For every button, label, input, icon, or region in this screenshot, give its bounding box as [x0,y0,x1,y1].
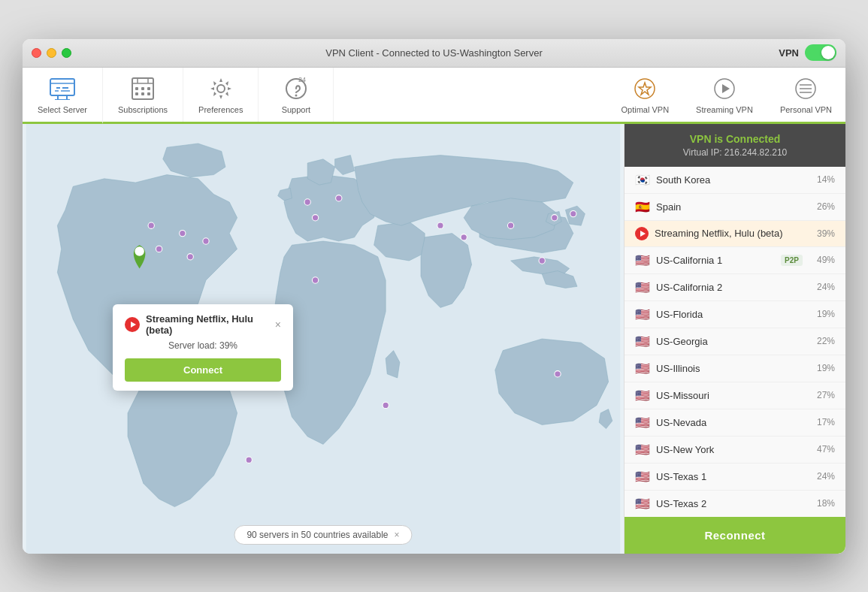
svg-text:24: 24 [298,76,306,83]
server-name: US-Florida [656,309,803,320]
server-row[interactable]: 🇺🇸US-Missouri27% [625,382,845,409]
server-load: 24% [809,471,835,482]
tab-streaming-vpn[interactable]: Streaming VPN [682,68,767,122]
window-title: VPN Client - Connected to US-Washington … [325,47,543,59]
server-row[interactable]: Streaming Netflix, Hulu (beta)39% [625,221,845,247]
server-flag: 🇺🇸 [635,307,650,322]
svg-point-49 [135,246,144,255]
tab-preferences-label: Preferences [198,105,243,114]
svg-point-32 [148,222,154,228]
status-bar: 90 servers in 50 countries available × [234,525,412,545]
server-load: 19% [809,309,835,319]
server-load: 47% [809,444,835,455]
server-row[interactable]: 🇺🇸US-New York47% [625,436,845,464]
svg-point-36 [304,198,310,204]
popup-connect-button[interactable]: Connect [125,358,281,382]
server-flag: 🇺🇸 [635,388,650,403]
tab-support-label: Support [282,105,311,114]
svg-rect-15 [147,87,150,90]
server-name: US-New York [656,444,803,455]
server-flag: 🇺🇸 [635,361,650,376]
status-bar-close[interactable]: × [395,530,400,540]
server-flag: 🇺🇸 [635,253,650,267]
svg-rect-16 [135,92,138,95]
svg-rect-13 [135,87,138,90]
server-load: 17% [809,417,835,427]
svg-point-34 [156,246,162,252]
server-name: South Korea [656,174,803,186]
personal-vpn-icon [792,75,819,102]
server-name: US-Georgia [656,336,803,347]
svg-marker-26 [722,84,730,93]
tab-subscriptions[interactable]: Subscriptions [103,68,183,122]
subscriptions-icon [129,75,156,102]
svg-rect-18 [147,92,150,95]
toolbar: Select Server Subscriptions [23,68,845,124]
toolbar-right: Optimal VPN Streaming VPN [608,68,845,122]
main-content: Streaming Netflix, Hulu (beta) × Server … [23,124,845,554]
tab-personal-vpn-label: Personal VPN [780,105,832,114]
map-area: Streaming Netflix, Hulu (beta) × Server … [23,124,624,554]
server-row[interactable]: 🇺🇸US-Texas 218% [625,491,845,517]
reconnect-button[interactable]: Reconnect [625,517,845,554]
server-load: 19% [809,363,835,373]
popup-server-load: Server load: 39% [125,340,281,351]
support-icon: 24 [283,75,310,102]
server-name: Streaming Netflix, Hulu (beta) [655,228,803,239]
server-load: 24% [809,282,835,292]
server-flag: 🇺🇸 [635,415,650,430]
svg-point-47 [555,370,561,376]
maximize-button[interactable] [62,48,71,58]
tab-personal-vpn[interactable]: Personal VPN [767,68,845,122]
server-flag: 🇺🇸 [635,497,650,511]
svg-point-42 [552,214,558,220]
server-badge: P2P [781,255,803,266]
tab-optimal-vpn[interactable]: Optimal VPN [608,68,683,122]
svg-marker-24 [639,83,651,95]
close-button[interactable] [32,48,41,58]
server-row[interactable]: 🇺🇸US-Georgia22% [625,328,845,355]
server-row[interactable]: 🇪🇸Spain26% [625,194,845,221]
svg-point-37 [336,195,342,201]
tab-subscriptions-label: Subscriptions [118,105,168,114]
server-name: US-California 2 [656,282,803,293]
vpn-toggle[interactable] [805,44,836,61]
server-load: 27% [809,390,835,400]
svg-point-41 [507,222,513,228]
vpn-ip-text: Virtual IP: 216.244.82.210 [637,147,833,158]
server-row[interactable]: 🇺🇸US-California 224% [625,274,845,301]
minimize-button[interactable] [47,48,56,58]
server-row[interactable]: 🇺🇸US-California 1P2P49% [625,247,845,274]
server-load: 14% [809,174,835,185]
svg-point-40 [461,234,467,240]
svg-point-39 [437,222,443,228]
server-row[interactable]: 🇺🇸US-Nevada17% [625,409,845,436]
server-row[interactable]: 🇰🇷South Korea14% [625,167,845,194]
svg-point-33 [203,237,209,243]
server-name: US-Texas 2 [656,498,803,509]
titlebar-right: VPN [779,44,836,61]
server-load: 49% [809,255,835,265]
server-dot-us-west [180,230,186,236]
server-flag: 🇪🇸 [635,200,650,214]
server-flag: 🇺🇸 [635,470,650,484]
server-flag: 🇰🇷 [635,173,650,187]
server-row[interactable]: 🇺🇸US-Florida19% [625,301,845,328]
tab-select-server[interactable]: Select Server [23,68,103,124]
optimal-vpn-icon [631,75,658,102]
popup-close-button[interactable]: × [275,319,281,331]
tab-support[interactable]: 24 Support [259,68,334,122]
titlebar: VPN Client - Connected to US-Washington … [23,39,845,68]
svg-point-48 [539,257,545,263]
server-load: 26% [809,201,835,212]
svg-point-21 [295,94,297,96]
svg-point-46 [246,457,252,463]
server-name: US-Illinois [656,363,803,374]
vpn-status-header: VPN is Connected Virtual IP: 216.244.82.… [625,124,845,167]
svg-point-38 [312,214,318,220]
vpn-label: VPN [779,47,799,59]
server-row[interactable]: 🇺🇸US-Texas 124% [625,464,845,491]
streaming-icon [635,227,649,240]
tab-preferences[interactable]: Preferences [183,68,259,122]
server-row[interactable]: 🇺🇸US-Illinois19% [625,355,845,382]
